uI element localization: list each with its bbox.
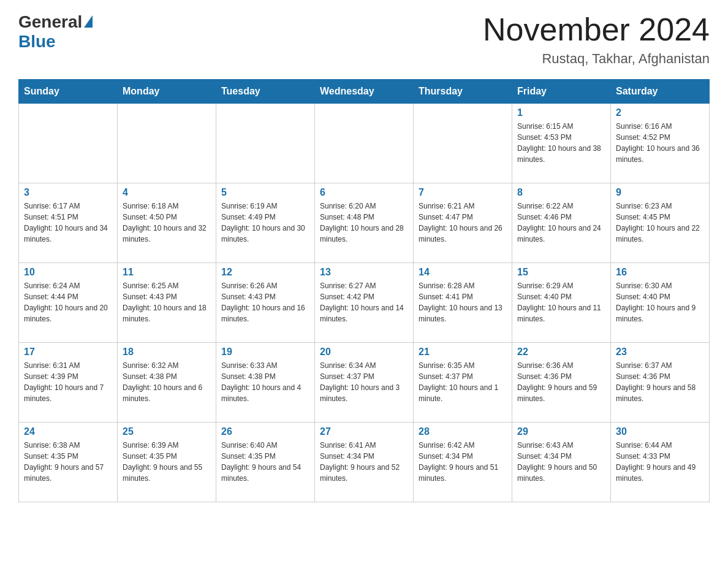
calendar-cell [216, 104, 315, 183]
week-row-3: 10Sunrise: 6:24 AMSunset: 4:44 PMDayligh… [19, 263, 710, 343]
calendar-cell: 9Sunrise: 6:23 AMSunset: 4:45 PMDaylight… [611, 183, 710, 263]
weekday-header-saturday: Saturday [611, 80, 710, 104]
day-number: 17 [24, 347, 112, 358]
day-number: 28 [419, 426, 507, 437]
day-number: 6 [320, 187, 408, 198]
calendar-cell: 3Sunrise: 6:17 AMSunset: 4:51 PMDaylight… [19, 183, 118, 263]
logo-triangle-icon [84, 15, 93, 28]
calendar-cell [414, 104, 512, 183]
day-info: Sunrise: 6:17 AMSunset: 4:51 PMDaylight:… [24, 201, 112, 245]
week-row-5: 24Sunrise: 6:38 AMSunset: 4:35 PMDayligh… [19, 423, 710, 502]
week-row-4: 17Sunrise: 6:31 AMSunset: 4:39 PMDayligh… [19, 343, 710, 423]
weekday-header-monday: Monday [118, 80, 216, 104]
calendar-cell: 20Sunrise: 6:34 AMSunset: 4:37 PMDayligh… [315, 343, 414, 423]
day-number: 7 [419, 187, 507, 198]
logo-general: General [18, 12, 93, 32]
calendar-cell: 14Sunrise: 6:28 AMSunset: 4:41 PMDayligh… [414, 263, 512, 343]
calendar-title: November 2024 [483, 12, 710, 47]
day-info: Sunrise: 6:27 AMSunset: 4:42 PMDaylight:… [320, 280, 408, 324]
day-info: Sunrise: 6:34 AMSunset: 4:37 PMDaylight:… [320, 360, 408, 404]
day-info: Sunrise: 6:36 AMSunset: 4:36 PMDaylight:… [517, 360, 605, 404]
calendar-cell [315, 104, 414, 183]
day-number: 10 [24, 267, 112, 278]
calendar-cell: 17Sunrise: 6:31 AMSunset: 4:39 PMDayligh… [19, 343, 118, 423]
calendar-cell: 15Sunrise: 6:29 AMSunset: 4:40 PMDayligh… [512, 263, 611, 343]
calendar-table: SundayMondayTuesdayWednesdayThursdayFrid… [18, 79, 710, 502]
day-number: 11 [123, 267, 211, 278]
day-number: 9 [616, 187, 704, 198]
day-number: 25 [123, 426, 211, 437]
day-info: Sunrise: 6:20 AMSunset: 4:48 PMDaylight:… [320, 201, 408, 245]
day-info: Sunrise: 6:31 AMSunset: 4:39 PMDaylight:… [24, 360, 112, 404]
day-info: Sunrise: 6:25 AMSunset: 4:43 PMDaylight:… [123, 280, 211, 324]
calendar-cell: 4Sunrise: 6:18 AMSunset: 4:50 PMDaylight… [118, 183, 216, 263]
day-info: Sunrise: 6:30 AMSunset: 4:40 PMDaylight:… [616, 280, 704, 324]
calendar-cell: 21Sunrise: 6:35 AMSunset: 4:37 PMDayligh… [414, 343, 512, 423]
day-number: 14 [419, 267, 507, 278]
calendar-cell: 27Sunrise: 6:41 AMSunset: 4:34 PMDayligh… [315, 423, 414, 502]
title-area: November 2024 Rustaq, Takhar, Afghanista… [483, 12, 710, 67]
day-info: Sunrise: 6:38 AMSunset: 4:35 PMDaylight:… [24, 440, 112, 484]
day-info: Sunrise: 6:15 AMSunset: 4:53 PMDaylight:… [517, 121, 605, 165]
calendar-cell: 10Sunrise: 6:24 AMSunset: 4:44 PMDayligh… [19, 263, 118, 343]
calendar-header: SundayMondayTuesdayWednesdayThursdayFrid… [19, 80, 710, 104]
calendar-cell: 8Sunrise: 6:22 AMSunset: 4:46 PMDaylight… [512, 183, 611, 263]
day-info: Sunrise: 6:29 AMSunset: 4:40 PMDaylight:… [517, 280, 605, 324]
day-number: 27 [320, 426, 408, 437]
day-info: Sunrise: 6:22 AMSunset: 4:46 PMDaylight:… [517, 201, 605, 245]
day-info: Sunrise: 6:37 AMSunset: 4:36 PMDaylight:… [616, 360, 704, 404]
calendar-cell: 18Sunrise: 6:32 AMSunset: 4:38 PMDayligh… [118, 343, 216, 423]
day-info: Sunrise: 6:26 AMSunset: 4:43 PMDaylight:… [221, 280, 309, 324]
calendar-cell: 22Sunrise: 6:36 AMSunset: 4:36 PMDayligh… [512, 343, 611, 423]
calendar-body: 1Sunrise: 6:15 AMSunset: 4:53 PMDaylight… [19, 104, 710, 502]
calendar-cell: 28Sunrise: 6:42 AMSunset: 4:34 PMDayligh… [414, 423, 512, 502]
day-info: Sunrise: 6:21 AMSunset: 4:47 PMDaylight:… [419, 201, 507, 245]
calendar-subtitle: Rustaq, Takhar, Afghanistan [483, 51, 710, 67]
calendar-cell: 24Sunrise: 6:38 AMSunset: 4:35 PMDayligh… [19, 423, 118, 502]
calendar-cell: 26Sunrise: 6:40 AMSunset: 4:35 PMDayligh… [216, 423, 315, 502]
day-number: 1 [517, 107, 605, 118]
calendar-cell [19, 104, 118, 183]
day-number: 21 [419, 347, 507, 358]
calendar-cell: 1Sunrise: 6:15 AMSunset: 4:53 PMDaylight… [512, 104, 611, 183]
day-info: Sunrise: 6:32 AMSunset: 4:38 PMDaylight:… [123, 360, 211, 404]
calendar-cell: 12Sunrise: 6:26 AMSunset: 4:43 PMDayligh… [216, 263, 315, 343]
day-info: Sunrise: 6:41 AMSunset: 4:34 PMDaylight:… [320, 440, 408, 484]
day-number: 19 [221, 347, 309, 358]
day-number: 24 [24, 426, 112, 437]
day-info: Sunrise: 6:33 AMSunset: 4:38 PMDaylight:… [221, 360, 309, 404]
day-info: Sunrise: 6:16 AMSunset: 4:52 PMDaylight:… [616, 121, 704, 165]
day-number: 2 [616, 107, 704, 118]
calendar-cell: 5Sunrise: 6:19 AMSunset: 4:49 PMDaylight… [216, 183, 315, 263]
day-number: 26 [221, 426, 309, 437]
calendar-cell [118, 104, 216, 183]
day-number: 8 [517, 187, 605, 198]
day-number: 12 [221, 267, 309, 278]
day-info: Sunrise: 6:18 AMSunset: 4:50 PMDaylight:… [123, 201, 211, 245]
day-info: Sunrise: 6:42 AMSunset: 4:34 PMDaylight:… [419, 440, 507, 484]
weekday-header-row: SundayMondayTuesdayWednesdayThursdayFrid… [19, 80, 710, 104]
day-info: Sunrise: 6:44 AMSunset: 4:33 PMDaylight:… [616, 440, 704, 484]
calendar-cell: 29Sunrise: 6:43 AMSunset: 4:34 PMDayligh… [512, 423, 611, 502]
day-info: Sunrise: 6:24 AMSunset: 4:44 PMDaylight:… [24, 280, 112, 324]
calendar-cell: 11Sunrise: 6:25 AMSunset: 4:43 PMDayligh… [118, 263, 216, 343]
calendar-cell: 13Sunrise: 6:27 AMSunset: 4:42 PMDayligh… [315, 263, 414, 343]
day-info: Sunrise: 6:28 AMSunset: 4:41 PMDaylight:… [419, 280, 507, 324]
day-info: Sunrise: 6:35 AMSunset: 4:37 PMDaylight:… [419, 360, 507, 404]
week-row-2: 3Sunrise: 6:17 AMSunset: 4:51 PMDaylight… [19, 183, 710, 263]
calendar-cell: 2Sunrise: 6:16 AMSunset: 4:52 PMDaylight… [611, 104, 710, 183]
weekday-header-wednesday: Wednesday [315, 80, 414, 104]
calendar-cell: 7Sunrise: 6:21 AMSunset: 4:47 PMDaylight… [414, 183, 512, 263]
calendar-cell: 30Sunrise: 6:44 AMSunset: 4:33 PMDayligh… [611, 423, 710, 502]
calendar-cell: 23Sunrise: 6:37 AMSunset: 4:36 PMDayligh… [611, 343, 710, 423]
day-number: 16 [616, 267, 704, 278]
day-number: 22 [517, 347, 605, 358]
day-number: 23 [616, 347, 704, 358]
calendar-cell: 6Sunrise: 6:20 AMSunset: 4:48 PMDaylight… [315, 183, 414, 263]
weekday-header-tuesday: Tuesday [216, 80, 315, 104]
day-number: 15 [517, 267, 605, 278]
day-info: Sunrise: 6:19 AMSunset: 4:49 PMDaylight:… [221, 201, 309, 245]
day-info: Sunrise: 6:43 AMSunset: 4:34 PMDaylight:… [517, 440, 605, 484]
day-info: Sunrise: 6:40 AMSunset: 4:35 PMDaylight:… [221, 440, 309, 484]
day-info: Sunrise: 6:23 AMSunset: 4:45 PMDaylight:… [616, 201, 704, 245]
